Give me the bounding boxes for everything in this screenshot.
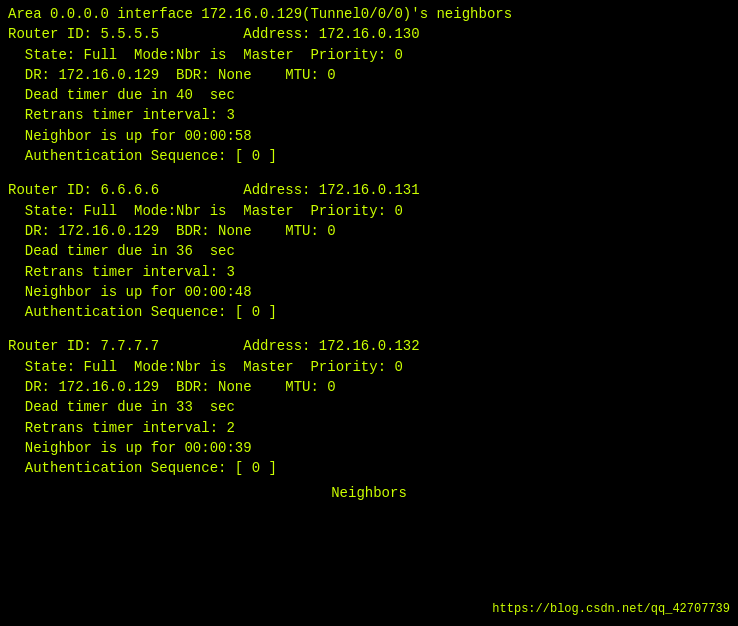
router-3-state-line: State: Full Mode:Nbr is Master Priority:… [8, 357, 730, 377]
header-line: Area 0.0.0.0 interface 172.16.0.129(Tunn… [8, 4, 730, 24]
router-1-id-line: Router ID: 5.5.5.5 Address: 172.16.0.130 [8, 24, 730, 44]
router-3-id-line: Router ID: 7.7.7.7 Address: 172.16.0.132 [8, 336, 730, 356]
router-1-dr-line: DR: 172.16.0.129 BDR: None MTU: 0 [8, 65, 730, 85]
router-1-dead-line: Dead timer due in 40 sec [8, 85, 730, 105]
router-1-retrans-line: Retrans timer interval: 3 [8, 105, 730, 125]
router-2-auth-line: Authentication Sequence: [ 0 ] [8, 302, 730, 322]
router-1-neighbor-line: Neighbor is up for 00:00:58 [8, 126, 730, 146]
router-3-dead-line: Dead timer due in 33 sec [8, 397, 730, 417]
router-1-auth-line: Authentication Sequence: [ 0 ] [8, 146, 730, 166]
router-3-neighbor-line: Neighbor is up for 00:00:39 [8, 438, 730, 458]
router-3-auth-line: Authentication Sequence: [ 0 ] [8, 458, 730, 478]
router-2-dead-line: Dead timer due in 36 sec [8, 241, 730, 261]
terminal-window: Area 0.0.0.0 interface 172.16.0.129(Tunn… [0, 0, 738, 626]
router-2-retrans-line: Retrans timer interval: 3 [8, 262, 730, 282]
gap-1 [8, 166, 730, 180]
bottom-label: Neighbors [8, 483, 730, 503]
router-2-id-line: Router ID: 6.6.6.6 Address: 172.16.0.131 [8, 180, 730, 200]
gap-2 [8, 322, 730, 336]
router-3-retrans-line: Retrans timer interval: 2 [8, 418, 730, 438]
watermark: https://blog.csdn.net/qq_42707739 [492, 601, 730, 618]
router-3-dr-line: DR: 172.16.0.129 BDR: None MTU: 0 [8, 377, 730, 397]
router-2-dr-line: DR: 172.16.0.129 BDR: None MTU: 0 [8, 221, 730, 241]
router-1-state-line: State: Full Mode:Nbr is Master Priority:… [8, 45, 730, 65]
router-2-state-line: State: Full Mode:Nbr is Master Priority:… [8, 201, 730, 221]
router-2-neighbor-line: Neighbor is up for 00:00:48 [8, 282, 730, 302]
